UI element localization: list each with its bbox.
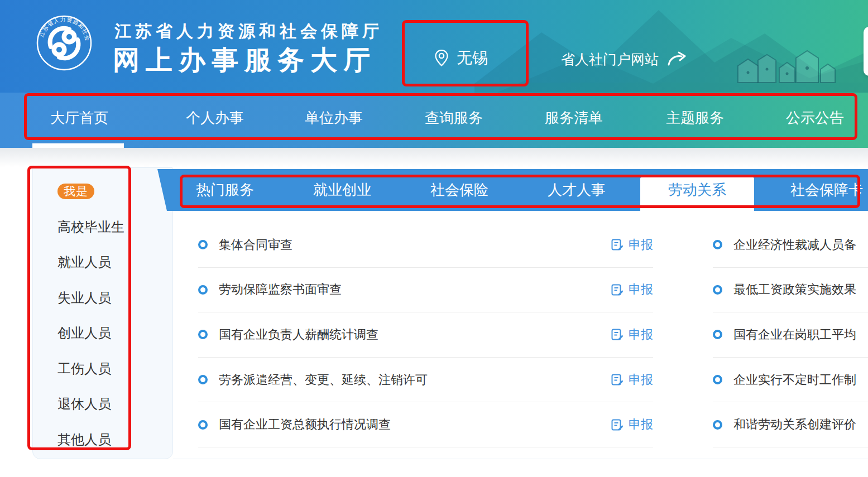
village-houses-icon xyxy=(738,51,835,83)
sidebar-item-work-injury[interactable]: 工伤人员 xyxy=(57,358,111,380)
service-link[interactable]: 国有企业在岗职工平均 xyxy=(733,326,856,343)
service-row: 企业经济性裁减人员备 xyxy=(713,223,868,268)
tab-social-security-card[interactable]: 社会保障卡 xyxy=(790,169,863,211)
bullet-icon xyxy=(713,375,722,384)
bullet-icon xyxy=(713,240,722,249)
form-apply-icon xyxy=(611,283,624,296)
nav-item-service-list[interactable]: 服务清单 xyxy=(545,93,603,143)
nav-item-home[interactable]: 大厅首页 xyxy=(50,93,108,143)
nav-shadow xyxy=(0,148,868,167)
service-link[interactable]: 集体合同审查 xyxy=(219,237,292,253)
bullet-icon xyxy=(198,375,208,384)
service-list-right: 企业经济性裁减人员备 最低工资政策实施效果 国有企业在岗职工平均 企业实行不定时… xyxy=(713,223,868,447)
location-selector[interactable]: 无锡 xyxy=(434,46,488,70)
bullet-icon xyxy=(713,330,722,339)
org-title: 江苏省人力资源和社会保障厅 xyxy=(114,20,383,43)
bullet-icon xyxy=(713,420,722,430)
landscape-illustration xyxy=(474,0,868,93)
service-link[interactable]: 劳务派遣经营、变更、延续、注销许可 xyxy=(219,372,428,388)
page-title: 网上办事服务大厅 xyxy=(113,42,376,78)
bullet-icon xyxy=(198,420,208,430)
role-badge: 我是 xyxy=(57,184,94,199)
floating-widget[interactable] xyxy=(864,27,868,76)
service-row: 劳务派遣经营、变更、延续、注销许可 申报 xyxy=(198,358,653,403)
nav-item-organization[interactable]: 单位办事 xyxy=(305,93,363,143)
role-sidebar xyxy=(32,167,173,459)
service-link[interactable]: 劳动保障监察书面审查 xyxy=(219,281,342,298)
nav-item-query[interactable]: 查询服务 xyxy=(425,93,483,143)
category-tabbar xyxy=(157,169,868,211)
nav-item-personal[interactable]: 个人办事 xyxy=(186,93,244,143)
apply-label: 申报 xyxy=(629,326,653,343)
service-link[interactable]: 企业经济性裁减人员备 xyxy=(733,237,856,253)
header: 江苏省人力资源和社会保障厅 江苏省人力资源和社会保障厅 网上办事服务大厅 无锡 … xyxy=(0,0,868,93)
service-link[interactable]: 和谐劳动关系创建评价 xyxy=(733,416,856,433)
portal-link[interactable]: 省人社门户网站 xyxy=(561,49,689,69)
content-bottom-divider xyxy=(173,459,868,459)
tab-employment[interactable]: 就业创业 xyxy=(313,169,371,211)
service-row: 国有企业工资总额执行情况调查 申报 xyxy=(198,402,653,447)
bullet-icon xyxy=(198,240,208,249)
bullet-icon xyxy=(713,285,722,295)
bullet-icon xyxy=(198,285,208,295)
apply-label: 申报 xyxy=(629,281,653,298)
nav-item-theme[interactable]: 主题服务 xyxy=(666,93,724,143)
apply-button[interactable]: 申报 xyxy=(611,326,653,343)
form-apply-icon xyxy=(611,418,624,431)
form-apply-icon xyxy=(611,373,624,386)
service-link[interactable]: 企业实行不定时工作制 xyxy=(733,372,856,388)
apply-label: 申报 xyxy=(629,237,653,253)
service-row: 国有企业在岗职工平均 xyxy=(713,312,868,358)
service-row: 劳动保障监察书面审查 申报 xyxy=(198,268,653,313)
sidebar-item-retired[interactable]: 退休人员 xyxy=(57,393,111,415)
service-row: 国有企业负责人薪酬统计调查 申报 xyxy=(198,312,653,358)
apply-label: 申报 xyxy=(629,416,653,433)
site-logo-icon: 江苏省人力资源和社会保障厅 xyxy=(36,15,93,71)
apply-button[interactable]: 申报 xyxy=(611,281,653,298)
tab-social-insurance[interactable]: 社会保险 xyxy=(430,169,488,211)
service-row: 和谐劳动关系创建评价 xyxy=(713,402,868,447)
service-row: 集体合同审查 申报 xyxy=(198,223,653,268)
sidebar-item-college-graduates[interactable]: 高校毕业生 xyxy=(57,216,124,238)
form-apply-icon xyxy=(611,238,624,251)
tab-hot-services[interactable]: 热门服务 xyxy=(196,169,254,211)
service-row: 最低工资政策实施效果 xyxy=(713,268,868,313)
apply-button[interactable]: 申报 xyxy=(611,237,653,253)
apply-label: 申报 xyxy=(629,372,653,388)
service-row: 企业实行不定时工作制 xyxy=(713,358,868,403)
service-link[interactable]: 国有企业工资总额执行情况调查 xyxy=(219,416,391,433)
sidebar-item-entrepreneurs[interactable]: 创业人员 xyxy=(57,322,111,344)
location-pin-icon xyxy=(434,49,449,67)
service-link[interactable]: 最低工资政策实施效果 xyxy=(733,281,856,298)
portal-link-label: 省人社门户网站 xyxy=(561,50,659,69)
form-apply-icon xyxy=(611,328,624,341)
service-link[interactable]: 国有企业负责人薪酬统计调查 xyxy=(219,326,378,343)
page: 江苏省人力资源和社会保障厅 江苏省人力资源和社会保障厅 网上办事服务大厅 无锡 … xyxy=(0,0,868,477)
tab-talent-hr[interactable]: 人才人事 xyxy=(548,169,606,211)
external-link-icon xyxy=(666,51,689,67)
apply-button[interactable]: 申报 xyxy=(611,372,653,388)
bullet-icon xyxy=(198,330,208,339)
service-list-left: 集体合同审查 申报 劳动保障监察书面审查 申报 国有企业负责人薪酬统计调查 申报 xyxy=(198,223,653,447)
apply-button[interactable]: 申报 xyxy=(611,416,653,433)
sidebar-item-others[interactable]: 其他人员 xyxy=(57,428,111,451)
active-nav-indicator xyxy=(32,143,124,148)
main-nav: 大厅首页 个人办事 单位办事 查询服务 服务清单 主题服务 公示公告 xyxy=(0,93,868,148)
location-label: 无锡 xyxy=(457,47,488,69)
nav-item-announcements[interactable]: 公示公告 xyxy=(786,93,844,143)
sidebar-item-unemployed[interactable]: 失业人员 xyxy=(57,287,111,309)
sidebar-item-employed[interactable]: 就业人员 xyxy=(57,251,111,273)
tab-labor-relations[interactable]: 劳动关系 xyxy=(668,169,726,211)
